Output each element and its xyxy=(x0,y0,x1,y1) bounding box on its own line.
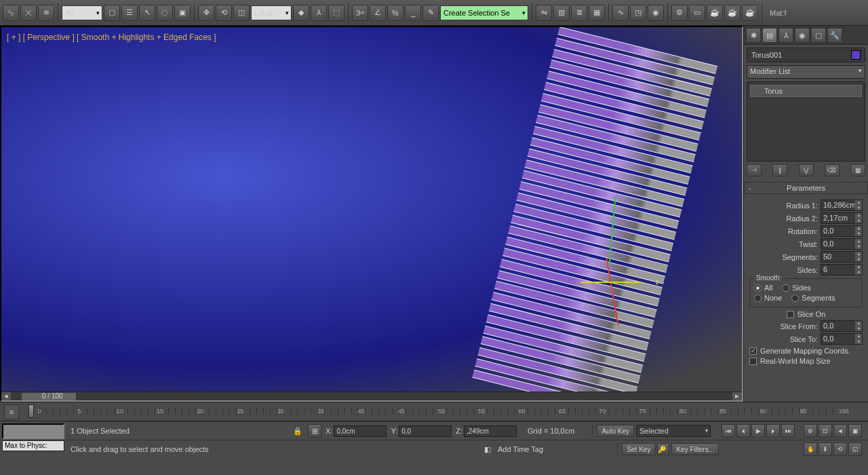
configure-sets-icon[interactable]: ▦ xyxy=(850,164,865,176)
use-pivot-icon[interactable]: ◆ xyxy=(293,5,309,21)
segments-spinner[interactable]: 50▴▾ xyxy=(821,251,863,263)
keyboard-shortcut-icon[interactable]: 3m xyxy=(352,5,368,21)
prev-frame-icon[interactable]: ⏴ xyxy=(736,424,750,438)
set-key-button[interactable]: Set Key xyxy=(622,443,655,455)
real-world-checkbox[interactable]: Real-World Map Size xyxy=(749,357,863,365)
object-name-field[interactable]: Torus001 xyxy=(747,48,865,62)
percent-snap-icon[interactable]: % xyxy=(387,5,403,21)
rotation-spinner[interactable]: 0,0▴▾ xyxy=(821,225,863,237)
time-tag-icon[interactable]: ◧ xyxy=(481,443,494,455)
window-crossing-icon[interactable]: ▣ xyxy=(174,5,191,21)
tab-create[interactable]: ✱ xyxy=(746,28,761,43)
curve-editor-icon[interactable]: ∿ xyxy=(612,5,629,21)
scale-icon[interactable]: ◫ xyxy=(233,5,250,21)
angle-snap-icon[interactable]: ∠ xyxy=(370,5,386,21)
teapot-render-icon[interactable]: ☕ xyxy=(707,5,723,21)
radius2-spinner[interactable]: 2,17cm▴▾ xyxy=(821,212,863,224)
nav-orbit-icon[interactable]: ⟲ xyxy=(833,442,847,456)
modifier-list-dropdown[interactable]: Modifier List xyxy=(747,65,865,79)
modifier-stack[interactable]: Torus xyxy=(747,81,865,162)
manipulate-icon[interactable]: ⬚ xyxy=(328,5,344,21)
edit-named-sel-icon[interactable]: ✎ xyxy=(422,5,439,21)
graphite-icon[interactable]: ▦ xyxy=(589,5,605,21)
slice-on-checkbox[interactable]: Slice On xyxy=(749,310,863,318)
auto-key-button[interactable]: Auto Key xyxy=(597,425,634,437)
radius1-spinner[interactable]: 16,286cm▴▾ xyxy=(821,200,863,211)
tab-motion[interactable]: ◉ xyxy=(795,28,810,43)
key-filters-button[interactable]: Key Filters... xyxy=(671,443,719,455)
gizmo-z-axis[interactable] xyxy=(580,282,642,283)
timeline[interactable]: ≡ 05101520253035404550556065707580859095… xyxy=(0,402,868,421)
scroll-right-icon[interactable]: ▸ xyxy=(732,392,742,401)
gen-mapping-checkbox[interactable]: ✓Generate Mapping Coords. xyxy=(749,347,863,355)
sides-spinner[interactable]: 6▴▾ xyxy=(821,264,863,276)
twist-spinner[interactable]: 0,0▴▾ xyxy=(821,238,863,250)
time-slider-thumb[interactable] xyxy=(28,404,34,418)
schematic-view-icon[interactable]: ◳ xyxy=(630,5,646,21)
render-setup-icon[interactable]: ⚙ xyxy=(671,5,688,21)
smooth-segments-radio[interactable]: Segments xyxy=(791,294,835,302)
smooth-none-radio[interactable]: None xyxy=(754,294,782,302)
spinner-snap-icon[interactable]: ⎯ xyxy=(405,5,421,21)
hierarchy-icon[interactable]: ⅄ xyxy=(311,5,327,21)
slice-to-spinner[interactable]: 0,0▴▾ xyxy=(821,333,863,345)
rectangle-select-icon[interactable]: ◌ xyxy=(157,5,173,21)
bind-space-warp-icon[interactable]: ≋ xyxy=(38,5,54,21)
next-frame-icon[interactable]: ⏵ xyxy=(766,424,780,438)
named-selection-dropdown[interactable]: Create Selection Se xyxy=(440,5,528,20)
slice-from-spinner[interactable]: 0,0▴▾ xyxy=(821,320,863,332)
pin-stack-icon[interactable]: ⊣ xyxy=(747,164,762,176)
rendered-frame-icon[interactable]: ▭ xyxy=(689,5,705,21)
select-arrow-icon[interactable]: ↖ xyxy=(139,5,155,21)
nav-zoom-icon[interactable]: ⊕ xyxy=(804,424,817,438)
lock-icon[interactable]: 🔒 xyxy=(292,425,304,437)
timeline-config-icon[interactable]: ≡ xyxy=(4,404,19,419)
nav-walk-icon[interactable]: ⬇ xyxy=(818,442,832,456)
remove-modifier-icon[interactable]: ⌫ xyxy=(825,164,840,176)
layers-icon[interactable]: ≣ xyxy=(571,5,587,21)
absolute-mode-icon[interactable]: ⊞ xyxy=(308,424,321,438)
make-unique-icon[interactable]: ⋁ xyxy=(799,164,814,176)
viewport-perspective[interactable]: [ + ] [ Perspective ] [ Smooth + Highlig… xyxy=(0,26,743,402)
parameters-header[interactable]: -Parameters xyxy=(744,182,868,194)
teapot-iterate-icon[interactable]: ☕ xyxy=(742,5,758,21)
goto-end-icon[interactable]: ⏭ xyxy=(781,424,795,438)
align-icon[interactable]: ▥ xyxy=(553,5,570,21)
tab-display[interactable]: ▢ xyxy=(811,28,826,43)
teapot-prod-icon[interactable]: ☕ xyxy=(724,5,741,21)
nav-fov-icon[interactable]: ◄ xyxy=(833,424,847,438)
select-by-name-icon[interactable]: ☰ xyxy=(121,5,138,21)
play-icon[interactable]: ▶ xyxy=(751,424,765,438)
maxscript-input[interactable]: Max to Physc: xyxy=(2,440,64,451)
unlink-icon[interactable] xyxy=(20,5,37,21)
link-icon[interactable] xyxy=(3,5,19,21)
viewport-label[interactable]: [ + ] [ Perspective ] [ Smooth + Highlig… xyxy=(7,33,216,42)
tab-modify[interactable]: ▤ xyxy=(762,28,777,43)
nav-pan-icon[interactable]: ✋ xyxy=(804,442,817,456)
mirror-icon[interactable]: ⇋ xyxy=(536,5,552,21)
select-object-icon[interactable]: ▢ xyxy=(104,5,120,21)
modifier-item-torus[interactable]: Torus xyxy=(750,85,862,97)
reference-coord-dropdown[interactable]: Local xyxy=(251,5,292,20)
material-editor-icon[interactable]: ◉ xyxy=(648,5,664,21)
goto-start-icon[interactable]: ⏮ xyxy=(722,424,735,438)
nav-zoomext-icon[interactable]: ▣ xyxy=(848,424,862,438)
nav-maximize-icon[interactable]: ◱ xyxy=(848,442,862,456)
viewport-scrollbar[interactable]: ◂ 0 / 100 ▸ xyxy=(1,392,742,400)
show-end-result-icon[interactable]: ∥ xyxy=(772,164,787,176)
key-icon[interactable]: 🔑 xyxy=(657,443,669,455)
add-time-tag[interactable]: Add Time Tag xyxy=(498,445,543,453)
scroll-left-icon[interactable]: ◂ xyxy=(1,392,11,401)
object-color-swatch[interactable] xyxy=(851,50,861,60)
nav-zoomall-icon[interactable]: ⊡ xyxy=(818,424,832,438)
smooth-sides-radio[interactable]: Sides xyxy=(782,284,811,292)
rotate-icon[interactable]: ⟲ xyxy=(216,5,232,21)
key-mode-dropdown[interactable]: Selected xyxy=(636,425,711,437)
move-icon[interactable]: ✥ xyxy=(198,5,214,21)
tab-utilities[interactable]: 🔧 xyxy=(827,28,842,43)
smooth-all-radio[interactable]: All xyxy=(754,284,772,292)
selection-filter-dropdown[interactable]: All xyxy=(62,5,102,20)
z-coord-input[interactable]: ,249cm xyxy=(464,425,517,437)
tab-hierarchy[interactable]: ⅄ xyxy=(778,28,793,43)
time-ruler[interactable]: 0510152025303540455055606570758085909510… xyxy=(39,405,844,419)
